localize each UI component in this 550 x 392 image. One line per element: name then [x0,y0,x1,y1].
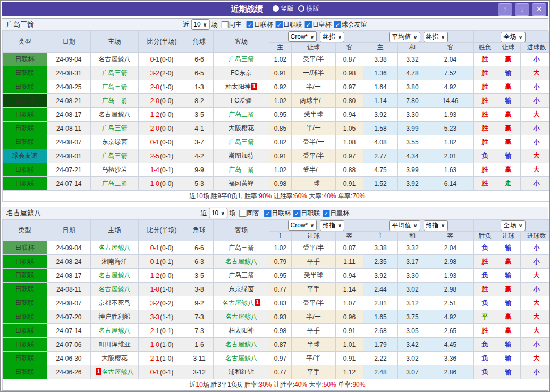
cell-avg-home: 4.75 [363,163,398,177]
view-mode-radio[interactable]: 竖版 [273,4,294,13]
team-name: 柏太阳神 [225,83,251,90]
league-filter: 日联杯 [264,209,291,218]
move-up-button[interactable]: ↑ [498,3,512,16]
cell-result-outcome: 负 [474,365,496,379]
league-checkbox[interactable] [334,21,341,28]
match-count-select[interactable]: 10 [209,208,227,218]
cell-result-outcome: 胜 [474,324,496,338]
cell-odds-home: 0.93 [269,310,292,324]
section-summary: 近10场,胜3平1负6, 胜率:30% 让胜率:40% 大率:50% 单率:90… [3,379,550,390]
fulltime-score: 0-1 [150,139,159,146]
header-dropdown[interactable]: 平均值 [389,32,420,42]
header-dropdown[interactable]: 全场 [501,220,525,231]
summary-text: 近 [190,192,196,200]
cell-avg-away: 14.46 [427,94,474,108]
cell-odds-away: 0.94 [336,108,363,122]
team-section-1: 名古屋鲸八近10场同客日联杯日职联日皇杯类型日期主场比分(半场)角球客场Crow… [2,207,548,391]
cell-odds-home: 1.02 [269,53,292,66]
column-header: 客场 [214,220,269,241]
cell-avg-away: 6.14 [427,177,474,191]
move-down-button[interactable]: ↓ [515,3,529,16]
match-count-select[interactable]: 10 [191,19,209,30]
league-label: 日联杯 [254,20,273,29]
match-row: 球会友谊24-08-01广岛三箭2-5(0-1)4-2斯图加特0.91受平/半0… [3,149,550,163]
matches-table: 类型日期主场比分(半场)角球客场Crow*终指平均值终指全场主让球客主和客胜负让… [2,31,550,202]
cell-corners: 8-2 [185,94,214,108]
column-header: 类型 [3,220,47,241]
summary-text: 单率: [336,381,353,388]
window-title: 近期战绩 [231,4,263,14]
cell-odds-away: 0.97 [336,149,363,163]
cell-score: 3-2(0-2) [139,296,185,310]
same-venue-filter: 同主 [222,20,242,29]
cell-avg-away: 1.93 [427,269,474,283]
match-row: 日职联24-08-24湘南海洋0-1(0-1)6-3名古屋鲸八0.79平手1.1… [3,255,550,269]
cell-handicap: 一球 [292,177,336,191]
header-group-0: Crow*终指 [269,220,363,232]
same-venue-checkbox[interactable] [239,210,246,217]
league-checkbox[interactable] [276,21,283,28]
cell-result-outcome: 负 [474,241,496,255]
cell-score: 0-1(0-0) [139,241,185,255]
cell-result-handicap: 赢 [496,255,521,269]
halftime-score: (0-0) [160,97,173,105]
team-name: 广岛三箭 [102,124,128,132]
cell-result-goals: 大 [521,269,550,283]
header-dropdown[interactable]: Crow* [288,31,317,42]
league-checkbox[interactable] [293,210,300,217]
match-row: 日职联24-08-07东京绿茵0-1(0-0)3-7广岛三箭0.82受半/一1.… [3,135,550,149]
cell-result-goals: 小 [521,241,550,255]
sections-host: 广岛三箭近10场同主日联杯日职联日皇杯球会友谊类型日期主场比分(半场)角球客场C… [2,18,548,391]
cell-result-outcome: 负 [474,296,496,310]
cell-odds-home: 0.77 [269,283,292,296]
cell-avg-away: 7.52 [427,66,474,80]
column-subheader: 进球数 [521,232,550,241]
cell-home-team: 东京绿茵 [91,135,139,149]
column-subheader: 让球 [496,232,521,241]
header-dropdown[interactable]: 平均值 [389,220,420,231]
cell-date: 24-07-14 [47,324,91,338]
league-checkbox[interactable] [305,21,312,28]
header-dropdown[interactable]: 终指 [424,220,448,231]
cell-away-team: FC东京 [214,66,269,80]
fulltime-score: 3-2 [150,300,159,307]
league-filter: 球会友谊 [334,20,367,29]
league-checkbox[interactable] [247,21,253,28]
header-dropdown[interactable]: 终指 [424,32,448,42]
column-header: 主场 [91,31,139,53]
league-checkbox[interactable] [264,210,271,217]
cell-result-handicap: 输 [496,269,521,283]
cell-score: 2-0(0-0) [139,94,185,108]
cell-home-team: 町田泽维亚 [91,338,139,352]
cell-odds-home: 0.79 [269,255,292,269]
fulltime-score: 3-3 [150,313,159,321]
cell-odds-home: 0.92 [269,80,292,94]
match-row: 日职联24-08-11名古屋鲸八1-0(1-0)3-8东京绿茵0.77平手1.1… [3,283,550,296]
league-checkbox[interactable] [323,210,329,217]
summary-text: 90% [259,192,272,200]
header-dropdown[interactable]: Crow* [288,220,317,231]
header-group-2: 全场 [474,31,550,43]
cell-result-goals: 小 [521,255,550,269]
radio-icon [298,5,304,12]
window-buttons: ↑↓✕ [498,3,546,16]
summary-text: 40% [294,381,307,388]
header-dropdown[interactable]: 全场 [501,32,525,42]
team-name: 东京绿茵 [229,285,254,293]
fulltime-score: 2-5 [150,152,159,160]
header-dropdown[interactable]: 终指 [320,32,344,42]
team-name: 湘南海洋 [102,258,128,265]
header-dropdown[interactable]: 终指 [320,220,344,231]
cell-avg-home: 2.44 [363,283,398,296]
team-name: 名古屋鲸八 [102,368,134,376]
cell-odds-home: 0.87 [269,338,292,352]
cell-avg-draw: 3.02 [398,283,427,296]
cell-date: 24-09-04 [47,241,91,255]
view-mode-radio[interactable]: 横版 [298,4,319,13]
same-venue-checkbox[interactable] [222,21,229,28]
summary-text: 场,胜3平1负6, 胜率: [203,381,259,388]
team-name: 神户胜利船 [99,313,131,320]
cell-avg-home: 3.92 [363,269,398,283]
close-button[interactable]: ✕ [532,3,546,16]
red-card-badge: 1 [96,368,101,375]
